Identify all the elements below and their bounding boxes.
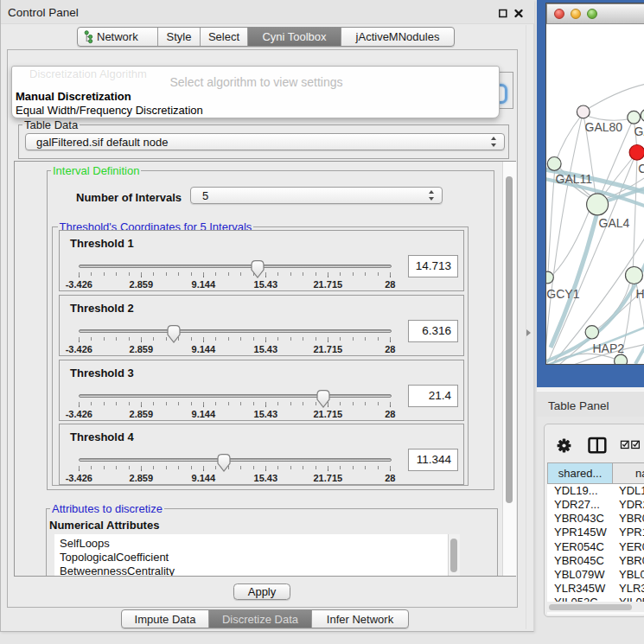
svg-text:GCY1: GCY1 bbox=[546, 287, 579, 301]
svg-text:GAL4: GAL4 bbox=[599, 216, 630, 230]
svg-text:H: H bbox=[636, 287, 644, 301]
svg-text:GAL80: GAL80 bbox=[585, 120, 623, 134]
svg-text:GA: GA bbox=[634, 124, 644, 138]
svg-text:HAP2: HAP2 bbox=[593, 341, 625, 355]
svg-text:GAL11: GAL11 bbox=[556, 172, 593, 186]
svg-text:C: C bbox=[638, 162, 644, 175]
